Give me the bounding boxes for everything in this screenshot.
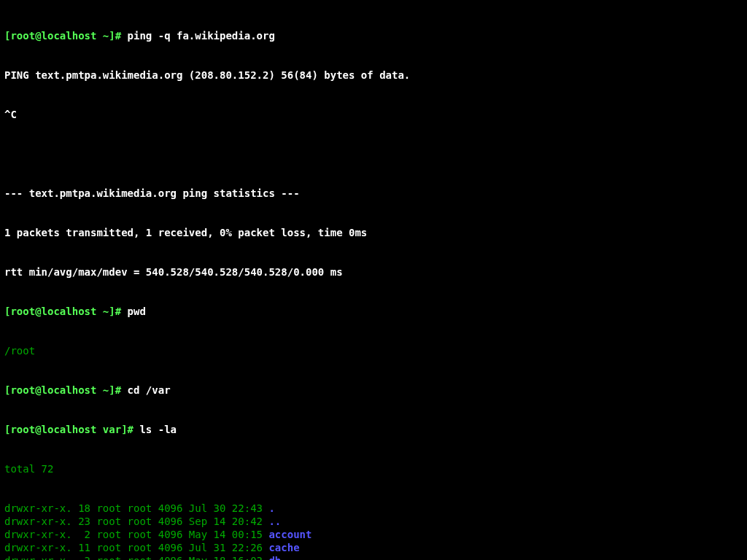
- ls-row: drwxr-xr-x. 18 root root 4096 Jul 30 22:…: [4, 502, 743, 515]
- ls-row: drwxr-xr-x. 23 root root 4096 Sep 14 20:…: [4, 515, 743, 528]
- ping-output: 1 packets transmitted, 1 received, 0% pa…: [4, 226, 743, 239]
- ls-row: drwxr-xr-x. 11 root root 4096 Jul 31 22:…: [4, 541, 743, 554]
- pwd-output: /root: [4, 344, 743, 357]
- ls-row: drwxr-xr-x. 3 root root 4096 May 18 16:0…: [4, 554, 743, 560]
- ping-output: ^C: [4, 108, 743, 121]
- ls-listing: drwxr-xr-x. 18 root root 4096 Jul 30 22:…: [4, 502, 743, 560]
- prompt-line: [root@localhost ~]# ping -q fa.wikipedia…: [4, 29, 743, 42]
- ping-output: rtt min/avg/max/mdev = 540.528/540.528/5…: [4, 265, 743, 279]
- prompt-line: [root@localhost var]# ls -la: [4, 423, 743, 436]
- ls-row: drwxr-xr-x. 2 root root 4096 May 14 00:1…: [4, 528, 743, 541]
- prompt-line: [root@localhost ~]# cd /var: [4, 384, 743, 397]
- ping-output: [4, 147, 743, 160]
- ping-output: --- text.pmtpa.wikimedia.org ping statis…: [4, 187, 743, 200]
- ls-total: total 72: [4, 462, 743, 475]
- terminal[interactable]: [root@localhost ~]# ping -q fa.wikipedia…: [0, 0, 747, 560]
- prompt-line: [root@localhost ~]# pwd: [4, 305, 743, 318]
- ping-output: PING text.pmtpa.wikimedia.org (208.80.15…: [4, 69, 743, 82]
